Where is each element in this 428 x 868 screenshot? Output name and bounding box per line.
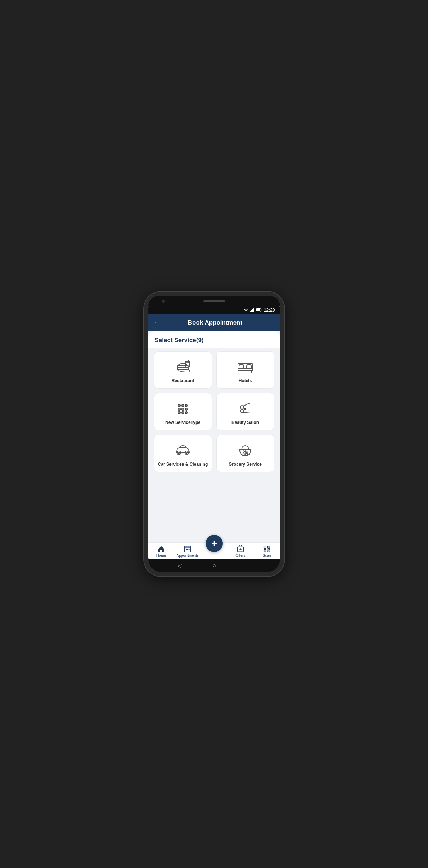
svg-point-19 — [182, 408, 184, 410]
content-area: Select Service(9) — [148, 331, 280, 542]
nav-scan[interactable]: Scan — [253, 545, 280, 558]
battery-icon — [256, 308, 262, 312]
phone-screen: 12:29 ← Book Appointment Select Service(… — [148, 306, 280, 559]
service-label-grocery: Grocery Service — [229, 462, 262, 467]
status-bar: 12:29 — [148, 306, 280, 314]
nav-home[interactable]: Home — [148, 545, 175, 558]
phone-notch — [148, 296, 280, 306]
appointments-icon — [184, 545, 191, 553]
service-card-new-service-type[interactable]: New ServiceType — [154, 393, 212, 430]
svg-rect-0 — [250, 311, 251, 312]
svg-point-23 — [185, 412, 187, 414]
speaker — [203, 300, 225, 302]
offers-icon — [237, 545, 244, 553]
nav-offers[interactable]: Offers — [227, 545, 253, 558]
camera-dot — [162, 300, 165, 303]
svg-rect-47 — [189, 549, 190, 550]
svg-point-31 — [178, 452, 180, 453]
svg-rect-41 — [185, 546, 191, 552]
phone-device: 12:29 ← Book Appointment Select Service(… — [144, 292, 284, 576]
svg-rect-54 — [268, 547, 269, 548]
svg-rect-7 — [177, 367, 188, 369]
white-card: Select Service(9) — [148, 331, 280, 348]
svg-point-32 — [186, 452, 187, 453]
fab-button[interactable] — [206, 535, 223, 552]
nav-scan-label: Scan — [263, 554, 271, 558]
svg-line-37 — [247, 450, 248, 456]
svg-point-21 — [178, 412, 180, 414]
nav-home-label: Home — [156, 554, 166, 558]
svg-rect-5 — [256, 309, 260, 311]
back-nav-btn[interactable]: ◁ — [178, 562, 182, 569]
svg-line-27 — [243, 412, 250, 413]
svg-rect-3 — [253, 308, 254, 312]
recent-nav-btn[interactable]: □ — [247, 562, 250, 569]
svg-point-28 — [244, 408, 246, 410]
wifi-icon — [243, 308, 248, 312]
svg-rect-45 — [186, 549, 187, 550]
svg-point-20 — [185, 408, 187, 410]
plus-icon — [210, 539, 219, 548]
svg-line-62 — [268, 551, 269, 551]
status-icons — [243, 308, 262, 312]
service-card-grocery[interactable]: Grocery Service — [216, 435, 274, 472]
svg-point-26 — [240, 409, 244, 413]
home-nav-btn[interactable]: ○ — [213, 562, 216, 569]
restaurant-icon — [173, 358, 193, 375]
back-button[interactable]: ← — [154, 318, 161, 327]
phone-bottom-bar: ◁ ○ □ — [148, 559, 280, 572]
service-label-beauty-salon: Beauty Salon — [231, 420, 259, 425]
svg-rect-52 — [264, 547, 265, 548]
service-card-beauty-salon[interactable]: Beauty Salon — [216, 393, 274, 430]
service-label-car-services: Car Services & Cleaning — [158, 462, 208, 467]
scan-icon — [263, 545, 271, 553]
car-services-icon — [173, 442, 193, 458]
signal-icon — [250, 308, 254, 312]
beauty-salon-icon — [235, 400, 255, 416]
svg-point-17 — [185, 404, 187, 407]
svg-point-22 — [182, 412, 184, 414]
svg-point-15 — [178, 404, 180, 407]
svg-point-16 — [182, 404, 184, 407]
page-title: Book Appointment — [166, 319, 265, 326]
svg-line-35 — [243, 450, 243, 456]
nav-appointments-label: Appointments — [177, 554, 199, 558]
service-card-hotels[interactable]: Hotels — [216, 351, 274, 389]
nav-appointments[interactable]: Appointments — [175, 545, 201, 558]
section-title: Select Service(9) — [155, 337, 274, 348]
service-label-hotels: Hotels — [239, 378, 252, 383]
svg-rect-1 — [251, 310, 252, 312]
service-card-car-services[interactable]: Car Services & Cleaning — [154, 435, 212, 472]
home-icon — [157, 545, 165, 553]
service-label-new-service-type: New ServiceType — [165, 420, 200, 425]
service-card-restaurant[interactable]: Restaurant — [154, 351, 212, 389]
grocery-icon — [235, 442, 255, 458]
bottom-nav: Home Appointments — [148, 542, 280, 559]
service-label-restaurant: Restaurant — [172, 378, 194, 383]
services-grid: Restaurant — [148, 348, 280, 478]
app-header: ← Book Appointment — [148, 314, 280, 331]
status-time: 12:29 — [264, 308, 275, 313]
svg-rect-46 — [187, 549, 188, 550]
nav-offers-label: Offers — [235, 554, 245, 558]
svg-rect-2 — [252, 309, 253, 312]
hotels-icon — [235, 358, 255, 375]
svg-point-24 — [240, 406, 244, 409]
svg-line-25 — [243, 403, 250, 406]
svg-point-18 — [178, 408, 180, 410]
new-service-type-icon — [173, 400, 193, 416]
svg-rect-56 — [264, 550, 265, 551]
